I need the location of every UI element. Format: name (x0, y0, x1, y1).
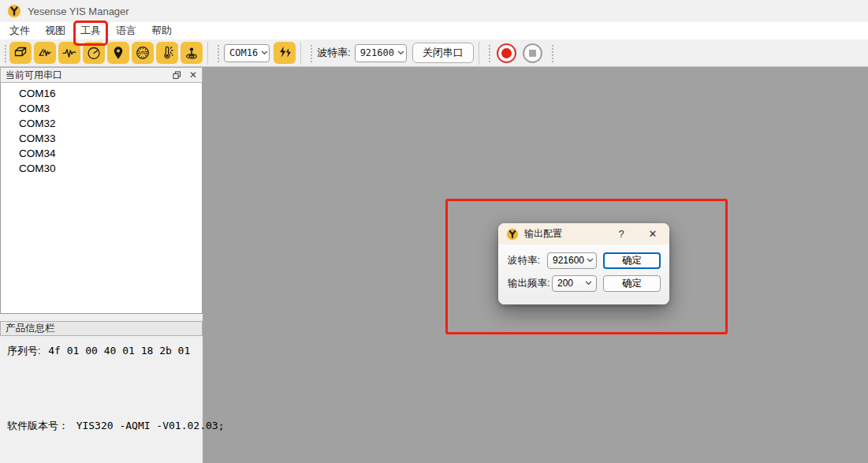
com-port-select[interactable]: COM16 (224, 44, 270, 62)
close-serial-port-button[interactable]: 关闭串口 (412, 43, 474, 63)
port-list-item[interactable]: COM30 (1, 161, 202, 176)
dialog-baud-label: 波特率: (508, 254, 540, 267)
dialog-baud-select[interactable]: 921600 (547, 252, 597, 269)
refresh-ports-button[interactable] (274, 42, 296, 64)
dialog-help-button[interactable]: ? (613, 228, 630, 240)
dialog-output-rate-value: 200 (557, 278, 583, 289)
software-version-label: 软件版本号： (7, 420, 69, 431)
baud-rate-select[interactable]: 921600 (355, 44, 407, 62)
output-rate-config-row: 输出频率: 200 确定 (508, 274, 661, 292)
port-list-item[interactable]: COM34 (1, 146, 202, 161)
serial-number-label: 序列号: (7, 345, 41, 357)
product-info-header: 产品信息栏 (0, 321, 203, 336)
menubar: 文件 视图 工具 语言 帮助 (0, 22, 868, 39)
dialog-close-button[interactable]: ✕ (644, 228, 661, 240)
location-pin-icon[interactable] (107, 42, 129, 64)
attitude-joystick-icon[interactable] (181, 42, 203, 64)
toolbar: UTC COM16 (0, 39, 868, 67)
baud-rate-value: 921600 (360, 47, 394, 58)
dialog-title: 输出配置 (524, 227, 613, 241)
toolbar-grip[interactable] (550, 43, 554, 62)
toolbar-grip[interactable] (216, 43, 220, 62)
port-list: COM16 COM3 COM32 COM33 COM34 COM30 (0, 83, 203, 314)
baud-rate-config-row: 波特率: 921600 确定 (508, 252, 661, 269)
serial-number-value: 4f 01 00 40 01 18 2b 01 (48, 345, 190, 357)
dialog-titlebar: 输出配置 ? ✕ (498, 223, 669, 245)
app-logo-icon (7, 4, 21, 18)
chevron-down-icon (585, 281, 592, 286)
baud-confirm-button[interactable]: 确定 (603, 252, 661, 269)
cube-3d-icon[interactable] (9, 42, 32, 64)
record-button[interactable] (497, 43, 516, 63)
close-panel-icon[interactable]: ✕ (189, 70, 197, 80)
software-version-row: 软件版本号： YIS320 -AQMI -V01.02.03; (7, 419, 224, 433)
output-config-dialog: 输出配置 ? ✕ 波特率: 921600 确定 输出频率: 200 (498, 223, 669, 304)
toolbar-grip[interactable] (3, 43, 7, 62)
serial-number-row: 序列号: 4f 01 00 40 01 18 2b 01 (7, 344, 190, 358)
toolbar-separator (207, 42, 208, 65)
record-icon (501, 48, 512, 58)
stop-button[interactable] (523, 43, 542, 63)
waveform-icon[interactable] (58, 42, 80, 64)
angle-wave-icon[interactable] (34, 42, 56, 64)
dialog-output-rate-select[interactable]: 200 (552, 275, 597, 292)
port-list-item[interactable]: COM3 (1, 101, 202, 116)
titlebar: Yesense YIS Manager (0, 0, 868, 22)
toolbar-separator (479, 42, 479, 65)
dialog-output-rate-label: 输出频率: (508, 277, 549, 290)
utc-clock-icon[interactable]: UTC (132, 42, 154, 64)
com-port-value: COM16 (229, 47, 258, 58)
port-list-item[interactable]: COM16 (1, 86, 202, 101)
menu-tools[interactable]: 工具 (79, 24, 102, 36)
app-window: Yesense YIS Manager 文件 视图 工具 语言 帮助 (0, 0, 868, 463)
chevron-down-icon (261, 50, 268, 55)
dialog-baud-value: 921600 (553, 255, 584, 266)
menu-language[interactable]: 语言 (114, 22, 138, 39)
stop-icon (529, 50, 536, 57)
ports-panel-title: 当前可用串口 (6, 69, 165, 82)
menu-view[interactable]: 视图 (43, 22, 67, 39)
ports-panel-header: 当前可用串口 ✕ (0, 67, 203, 83)
port-list-item[interactable]: COM32 (1, 116, 202, 131)
software-version-value: YIS320 -AQMI -V01.02.03; (76, 420, 225, 431)
chevron-down-icon (587, 258, 594, 263)
dialog-body: 波特率: 921600 确定 输出频率: 200 (498, 245, 669, 304)
menu-file[interactable]: 文件 (8, 22, 32, 39)
port-list-item[interactable]: COM33 (1, 131, 202, 146)
float-panel-icon[interactable] (173, 71, 181, 80)
svg-text:UTC: UTC (139, 51, 147, 55)
menu-help[interactable]: 帮助 (150, 22, 173, 39)
output-rate-confirm-button[interactable]: 确定 (603, 275, 661, 292)
baud-rate-label: 波特率: (317, 46, 351, 60)
chevron-down-icon (397, 50, 404, 55)
toolbar-grip[interactable] (309, 43, 313, 62)
dialog-logo-icon (506, 228, 519, 241)
toolbar-separator (300, 42, 301, 65)
app-title: Yesense YIS Manager (28, 6, 129, 17)
thermometer-icon[interactable] (156, 42, 178, 64)
serial-ports-dock-panel: 当前可用串口 ✕ COM16 COM3 COM32 COM33 COM34 CO… (0, 67, 203, 463)
gauge-icon[interactable] (83, 42, 105, 64)
toolbar-grip[interactable] (487, 43, 491, 62)
